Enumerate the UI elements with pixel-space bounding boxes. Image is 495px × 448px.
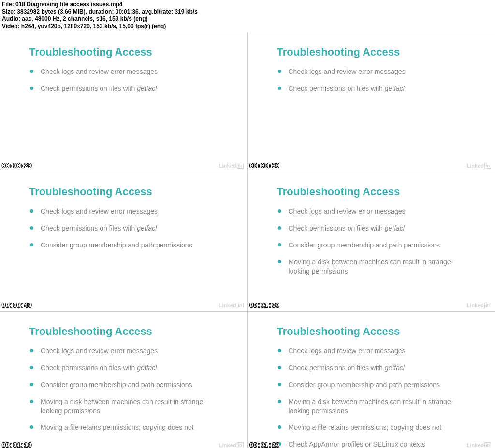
thumbnail-grid: Troubleshooting Access Check logs and re… [0,32,495,448]
bullet-list: Check logs and review error messages Che… [277,67,476,93]
timestamp-label: 00:01:10 [2,442,32,448]
bullet-item-2: Check permissions on files with getfacl [29,363,213,373]
thumbnail-frame: Troubleshooting Access Check logs and re… [0,172,248,311]
slide-title: Troubleshooting Access [277,325,476,338]
thumbnail-frame: Troubleshooting Access Check logs and re… [0,32,248,172]
slide-title: Troubleshooting Access [277,46,476,58]
bullet-item-2: Check permissions on files with getfacl [277,84,461,93]
linkedin-logo: Linkedin [219,303,243,308]
timestamp-label: 00:01:00 [250,303,280,309]
bullet-item-3: Consider group membership and path permi… [277,380,461,390]
bullet-item-1: Check logs and review error messages [277,347,461,356]
slide-title: Troubleshooting Access [277,186,476,198]
bullet-item-6: Check AppArmor profiles or SELinux conte… [277,440,461,448]
bullet-item-2: Check permissions on files with getfacl [277,224,461,233]
bullet-item-2: Check permissions on files with getfacl [29,84,213,93]
meta-video: Video: h264, yuv420p, 1280x720, 153 kb/s… [2,23,493,30]
bullet-item-1: Check logs and review error messages [29,207,213,216]
file-metadata: File: 018 Diagnosing file access issues.… [0,0,495,32]
bullet-item-3: Consider group membership and path permi… [29,380,213,390]
linkedin-logo: Linkedin [467,303,491,308]
bullet-item-1: Check logs and review error messages [277,67,461,76]
bullet-item-2: Check permissions on files with getfacl [29,224,213,233]
thumbnail-frame: Troubleshooting Access Check logs and re… [248,312,495,448]
bullet-item-5: Moving a file retains permissions; copyi… [277,423,461,432]
bullet-list: Check logs and review error messages Che… [277,207,476,275]
timestamp-label: 00:00:30 [250,163,280,170]
slide-title: Troubleshooting Access [29,186,228,198]
timestamp-label: 00:00:40 [2,303,32,309]
meta-file: File: 018 Diagnosing file access issues.… [2,1,493,8]
thumbnail-frame: Troubleshooting Access Check logs and re… [248,32,495,172]
bullet-item-1: Check logs and review error messages [277,207,461,216]
bullet-list: Check logs and review error messages Che… [29,347,228,432]
bullet-item-1: Check logs and review error messages [29,347,213,356]
linkedin-logo: Linkedin [467,442,491,448]
meta-audio: Audio: aac, 48000 Hz, 2 channels, s16, 1… [2,15,493,23]
linkedin-logo: Linkedin [219,163,243,169]
thumbnail-frame: Troubleshooting Access Check logs and re… [0,312,248,448]
linkedin-logo: Linkedin [467,163,491,169]
bullet-item-4: Moving a disk between machines can resul… [29,397,213,416]
bullet-item-3: Consider group membership and path permi… [29,241,213,250]
timestamp-label: 00:00:20 [2,163,32,170]
bullet-list: Check logs and review error messages Che… [277,347,476,448]
slide-title: Troubleshooting Access [29,46,228,58]
linkedin-logo: Linkedin [219,442,243,448]
bullet-item-1: Check logs and review error messages [29,67,213,76]
bullet-list: Check logs and review error messages Che… [29,207,228,250]
bullet-item-5: Moving a file retains permissions; copyi… [29,423,213,432]
bullet-item-4: Moving a disk between machines can resul… [277,397,461,416]
bullet-item-4: Moving a disk between machines can resul… [277,258,461,276]
timestamp-label: 00:01:20 [250,442,280,448]
thumbnail-frame: Troubleshooting Access Check logs and re… [248,172,495,311]
meta-size: Size: 3832982 bytes (3,66 MiB), duration… [2,8,493,15]
bullet-item-2: Check permissions on files with getfacl [277,363,461,373]
bullet-list: Check logs and review error messages Che… [29,67,228,93]
bullet-item-3: Consider group membership and path permi… [277,241,461,250]
slide-title: Troubleshooting Access [29,325,228,338]
